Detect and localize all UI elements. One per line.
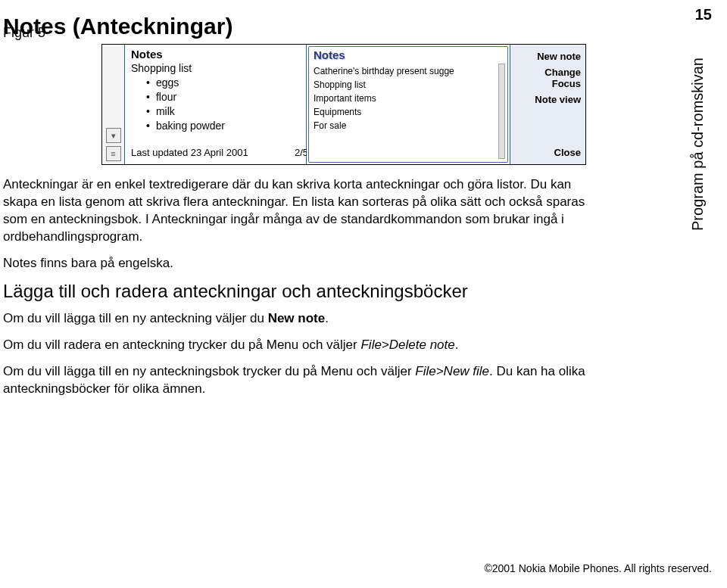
list-item: flour [146,90,298,104]
subheading: Lägga till och radera anteckningar och a… [3,281,609,302]
paragraph: Om du vill lägga till en ny anteckning v… [3,310,609,327]
section-side-label: Program på cd-romskivan [686,45,709,242]
list-item[interactable]: Shopping list [314,78,503,92]
copyright-footer: ©2001 Nokia Mobile Phones. All rights re… [484,562,712,574]
list-item[interactable]: Catherine's birthday present sugge [314,64,503,78]
list-item[interactable]: For sale [314,119,503,132]
menu-path: File>Delete note [360,338,454,352]
notes-list-pane: Notes Catherine's birthday present sugge… [307,45,510,164]
note-detail-pane: Notes Shopping list eggs flour milk baki… [125,45,307,164]
paragraph: Om du vill radera en anteckning trycker … [3,336,609,353]
figure-label: Figur 5 [3,25,45,41]
softkey-menu: New note Change Focus Note view Close [510,45,585,164]
menu-path: File>New file [415,364,489,378]
new-note-button[interactable]: New note [515,51,581,62]
note-updated-date: Last updated 23 April 2001 [131,147,248,158]
list-item: eggs [146,76,298,90]
notes-list-title: Notes [314,48,503,61]
notes-list-frame: Notes Catherine's birthday present sugge… [308,46,508,163]
device-status-icons: ▾ ≡ [102,45,125,164]
paragraph: Notes finns bara på engelska. [3,254,609,272]
note-view-button[interactable]: Note view [515,94,581,105]
device-screenshot: ▾ ≡ Notes Shopping list eggs flour milk … [101,44,586,165]
note-title: Shopping list [131,62,298,74]
paragraph: Anteckningar är en enkel textredigerare … [3,176,609,245]
note-app-title: Notes [131,48,298,61]
note-body-list: eggs flour milk baking powder [131,76,298,133]
list-item[interactable]: Important items [314,92,503,105]
paragraph: Om du vill lägga till en ny anteckningsb… [3,362,609,397]
list-item[interactable]: Equipments [314,105,503,119]
list-item: milk [146,104,298,119]
change-focus-button[interactable]: Change Focus [515,67,581,89]
scrollbar[interactable] [498,64,505,159]
antenna-icon: ▾ [106,128,121,143]
keyword-new-note: New note [268,311,326,325]
close-button[interactable]: Close [515,147,581,158]
signal-icon: ≡ [106,146,121,161]
page-number: 15 [695,6,712,23]
note-footer: Last updated 23 April 2001 2/5 [131,147,248,158]
side-label-text: Program på cd-romskivan [689,58,707,231]
body-text: Anteckningar är en enkel textredigerare … [3,176,609,406]
list-item: baking powder [146,119,298,133]
